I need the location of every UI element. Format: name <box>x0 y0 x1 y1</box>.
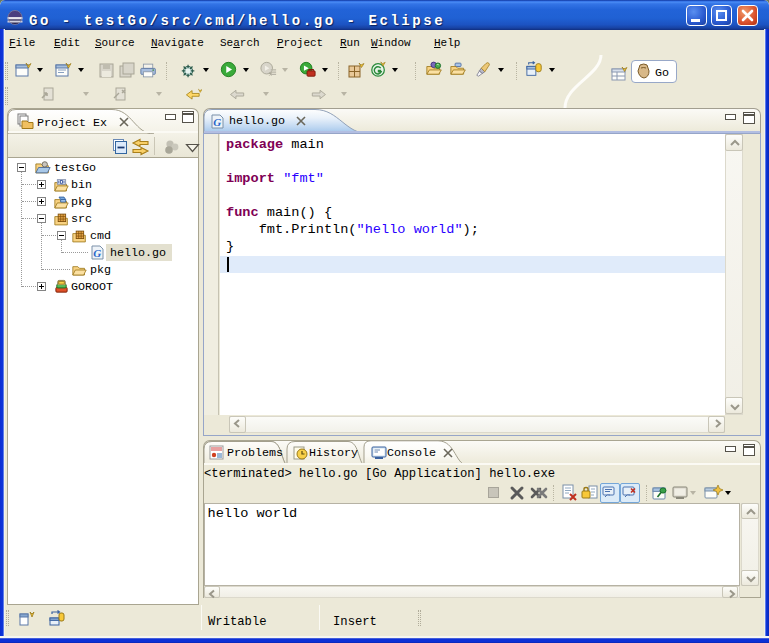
svg-text:G: G <box>213 116 221 128</box>
svg-text:G: G <box>93 247 101 259</box>
